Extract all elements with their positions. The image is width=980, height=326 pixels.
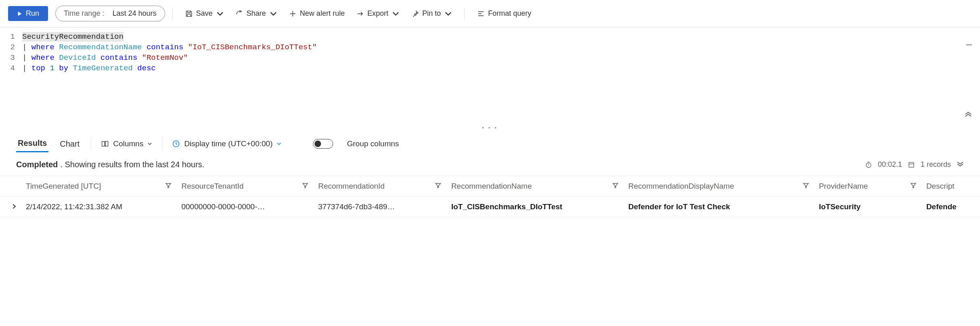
query-editor[interactable]: 1234 SecurityRecommendation| where Recom… (0, 27, 980, 124)
run-label: Run (26, 9, 39, 18)
status-completed: Completed (16, 160, 58, 169)
divider (172, 8, 173, 20)
divider (464, 8, 465, 20)
expand-row-button[interactable] (0, 197, 21, 217)
resize-handle[interactable]: • • • (0, 124, 980, 132)
line-gutter: 1234 (0, 32, 22, 120)
filter-icon[interactable] (435, 182, 441, 191)
filter-icon[interactable] (165, 182, 172, 191)
pin-icon (411, 10, 419, 18)
clock-icon (172, 140, 180, 148)
table-header-row: TimeGenerated [UTC]ResourceTenantIdRecom… (0, 176, 980, 197)
format-query-button[interactable]: Format query (472, 6, 536, 21)
expand-down-icon[interactable] (957, 160, 964, 169)
filter-icon[interactable] (612, 182, 619, 191)
svg-rect-4 (909, 162, 914, 167)
column-label: RecommendationName (451, 182, 532, 191)
chevron-down-icon (444, 10, 452, 18)
column-header[interactable]: RecommendationDisplayName (623, 176, 814, 197)
svg-rect-0 (102, 141, 105, 146)
export-label: Export (367, 9, 388, 18)
column-label: TimeGenerated [UTC] (26, 182, 101, 191)
code-content[interactable]: SecurityRecommendation| where Recommenda… (22, 32, 980, 120)
column-label: RecommendationId (318, 182, 385, 191)
display-time-label: Display time (UTC+00:00) (184, 139, 273, 148)
column-label: ProviderName (819, 182, 868, 191)
cell-recommendationname: IoT_CISBenchmarks_DIoTTest (446, 197, 623, 217)
cell-description: Defende (921, 197, 980, 217)
column-header[interactable]: ResourceTenantId (176, 176, 313, 197)
column-header[interactable]: ProviderName (814, 176, 921, 197)
cell-providername: IoTSecurity (814, 197, 921, 217)
filter-icon[interactable] (302, 182, 308, 191)
group-columns-toggle[interactable] (313, 139, 333, 149)
results-table-container: TimeGenerated [UTC]ResourceTenantIdRecom… (0, 176, 980, 217)
code-line[interactable]: SecurityRecommendation (22, 32, 980, 42)
display-time-button[interactable]: Display time (UTC+00:00) (172, 139, 281, 148)
cell-resourcetenantid: 00000000-0000-0000-… (176, 197, 313, 217)
line-number: 2 (0, 42, 15, 53)
save-button[interactable]: Save (180, 6, 229, 21)
run-button[interactable]: Run (8, 6, 48, 21)
save-label: Save (196, 9, 213, 18)
results-toolbar: Results Chart Columns Display time (UTC+… (0, 132, 980, 154)
time-range-value: Last 24 hours (112, 9, 156, 17)
column-header[interactable]: TimeGenerated [UTC] (21, 176, 176, 197)
cell-recommendationid: 377374d6-7db3-489… (313, 197, 446, 217)
save-icon (185, 10, 193, 18)
editor-container: 1234 SecurityRecommendation| where Recom… (0, 27, 980, 132)
export-button[interactable]: Export (351, 6, 405, 21)
play-icon (17, 11, 23, 17)
export-icon (356, 10, 364, 18)
chevron-down-icon (392, 10, 400, 18)
line-number: 3 (0, 53, 15, 63)
divider (91, 138, 91, 150)
query-toolbar: Run Time range : Last 24 hours Save Shar… (0, 0, 980, 27)
line-number: 1 (0, 32, 15, 42)
table-row[interactable]: 2/14/2022, 11:42:31.382 AM00000000-0000-… (0, 197, 980, 217)
record-count: 1 records (921, 160, 951, 169)
time-range-label: Time range : (64, 9, 104, 17)
scroll-top-icon[interactable] (965, 110, 972, 120)
column-header[interactable]: Descript (921, 176, 980, 197)
column-label: Descript (926, 182, 955, 191)
group-columns-label: Group columns (347, 139, 399, 148)
elapsed-time: 00:02.1 (878, 160, 902, 169)
format-icon (477, 10, 485, 18)
new-alert-label: New alert rule (300, 9, 345, 18)
tab-chart[interactable]: Chart (58, 136, 81, 152)
code-line[interactable]: | top 1 by TimeGenerated desc (22, 63, 980, 74)
expand-header (0, 176, 21, 197)
chevron-down-icon (216, 10, 224, 18)
columns-button[interactable]: Columns (101, 139, 152, 148)
divider (162, 138, 162, 150)
status-detail: . Showing results from the last 24 hours… (60, 160, 204, 169)
format-query-label: Format query (488, 9, 531, 18)
columns-icon (101, 140, 109, 148)
filter-icon[interactable] (803, 182, 809, 191)
share-button[interactable]: Share (231, 6, 282, 21)
share-icon (235, 10, 243, 18)
tab-results[interactable]: Results (16, 135, 48, 152)
column-header[interactable]: RecommendationName (446, 176, 623, 197)
filter-icon[interactable] (910, 182, 917, 191)
stopwatch-icon (865, 161, 872, 168)
code-line[interactable]: | where RecommendationName contains "IoT… (22, 42, 980, 53)
line-number: 4 (0, 63, 15, 74)
pin-to-label: Pin to (422, 9, 441, 18)
columns-label: Columns (113, 139, 143, 148)
status-bar: Completed . Showing results from the las… (0, 154, 980, 176)
time-range-button[interactable]: Time range : Last 24 hours (55, 6, 165, 21)
column-label: RecommendationDisplayName (628, 182, 734, 191)
code-line[interactable]: | where DeviceId contains "RotemNov" (22, 53, 980, 63)
pin-to-button[interactable]: Pin to (406, 6, 457, 21)
share-label: Share (247, 9, 266, 18)
svg-rect-1 (105, 141, 108, 146)
minus-icon[interactable]: — (966, 40, 972, 50)
column-header[interactable]: RecommendationId (313, 176, 446, 197)
cell-recommendationdisplayname: Defender for IoT Test Check (623, 197, 814, 217)
cell-timegenerated: 2/14/2022, 11:42:31.382 AM (21, 197, 176, 217)
new-alert-button[interactable]: New alert rule (284, 6, 350, 21)
chevron-down-icon (147, 141, 152, 146)
chevron-down-icon (277, 141, 281, 146)
